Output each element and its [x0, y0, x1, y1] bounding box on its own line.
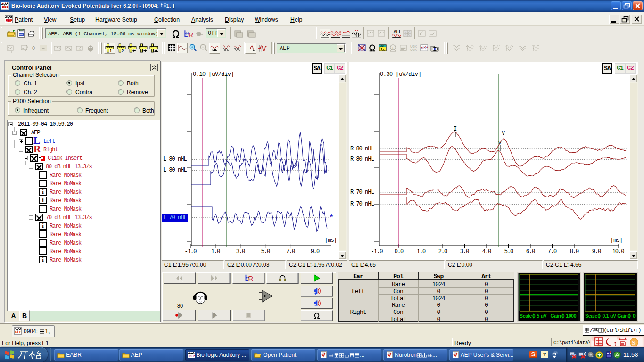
svg-text:i: i — [392, 45, 394, 49]
svg-text:UGX: UGX — [410, 48, 417, 51]
svg-text:R: R — [248, 275, 254, 282]
svg-text:R: R — [188, 31, 193, 39]
svg-text:I: I — [454, 126, 457, 132]
svg-text:ALL: ALL — [393, 29, 402, 34]
svg-text:1: 1 — [110, 49, 112, 53]
svg-text:V: V — [498, 140, 502, 146]
svg-text:LIST: LIST — [380, 45, 384, 47]
svg-text:REP: REP — [2, 6, 8, 9]
svg-text:2: 2 — [122, 49, 124, 53]
svg-text:REP: REP — [6, 19, 12, 22]
svg-text:UGX: UGX — [410, 45, 417, 48]
svg-text:REP: REP — [15, 330, 21, 334]
svg-text:uv: uv — [79, 48, 82, 51]
svg-text:V: V — [502, 130, 505, 137]
svg-text:S: S — [632, 339, 636, 346]
svg-text:REP: REP — [189, 354, 195, 358]
